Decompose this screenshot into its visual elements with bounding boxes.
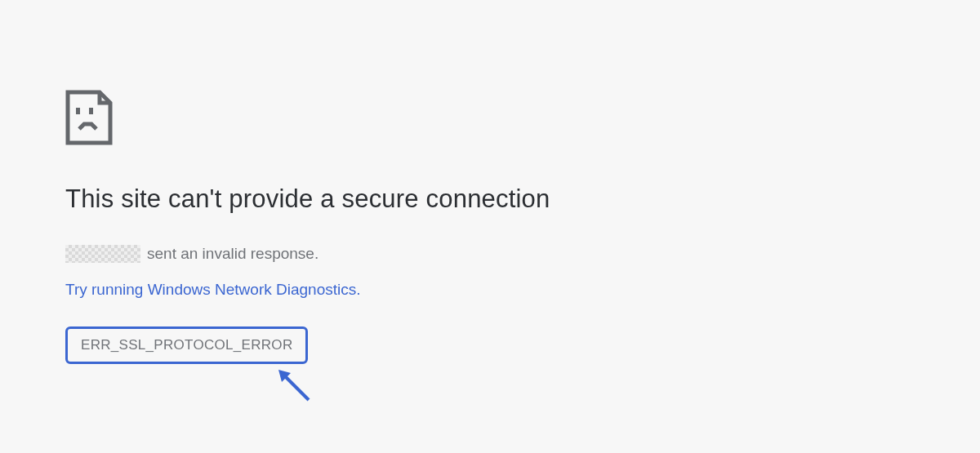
annotation-arrow-icon xyxy=(276,367,317,411)
error-message-text: sent an invalid response. xyxy=(147,245,318,263)
sad-page-icon xyxy=(65,90,735,145)
svg-rect-0 xyxy=(76,108,80,114)
svg-marker-3 xyxy=(278,370,291,382)
error-message: sent an invalid response. xyxy=(65,245,735,263)
diagnostics-link[interactable]: Try running Windows Network Diagnostics. xyxy=(65,281,360,299)
error-title: This site can't provide a secure connect… xyxy=(65,184,735,214)
redacted-hostname xyxy=(65,245,140,263)
svg-rect-1 xyxy=(89,108,93,114)
svg-line-2 xyxy=(284,375,309,400)
error-code: ERR_SSL_PROTOCOL_ERROR xyxy=(65,326,308,364)
error-page: This site can't provide a secure connect… xyxy=(0,0,735,364)
